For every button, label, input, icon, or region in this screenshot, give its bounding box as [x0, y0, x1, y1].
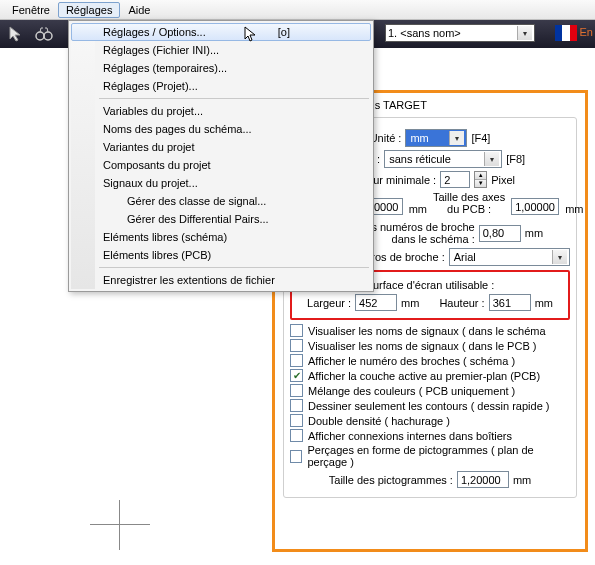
chevron-down-icon[interactable]: ▾: [484, 152, 499, 166]
height-label: Hauteur :: [439, 297, 484, 309]
height-input[interactable]: [489, 294, 531, 311]
width-label: Largeur :: [307, 297, 351, 309]
separator: [99, 98, 369, 99]
checkbox-icon[interactable]: ✔: [290, 369, 303, 382]
checkbox-row[interactable]: Mélange des couleurs ( PCB uniquement ): [290, 384, 570, 397]
flag-france-icon[interactable]: [555, 25, 577, 41]
separator: [99, 267, 369, 268]
checkbox-row[interactable]: Double densité ( hachurage ): [290, 414, 570, 427]
menu-item-diff-pairs[interactable]: Gérer des Differential Pairs...: [71, 210, 371, 228]
svg-point-1: [44, 32, 52, 40]
unit-select[interactable]: mm ▾: [405, 129, 467, 147]
checkbox-icon[interactable]: [290, 399, 303, 412]
checkbox-icon[interactable]: [290, 384, 303, 397]
menu-item-ini[interactable]: Réglages (Fichier INI)...: [71, 41, 371, 59]
menu-item-project-vars[interactable]: Variables du projet...: [71, 102, 371, 120]
checkbox-label: Visualiser les noms de signaux ( dans le…: [308, 325, 546, 337]
menu-item-options[interactable]: Réglages / Options... [o]: [71, 23, 371, 41]
menu-window[interactable]: Fenêtre: [4, 2, 58, 18]
axes-pcb-input[interactable]: [511, 198, 559, 215]
pinnum-input[interactable]: [479, 225, 521, 242]
checkbox-label: Visualiser les noms de signaux ( dans le…: [308, 340, 536, 352]
mouse-pointer-icon: [244, 26, 258, 44]
checkbox-row[interactable]: Afficher le numéro des broches ( schéma …: [290, 354, 570, 367]
menu-item-free-pcb[interactable]: Eléments libres (PCB): [71, 246, 371, 264]
checkbox-label: Dessiner seulement les contours ( dessin…: [308, 400, 550, 412]
chevron-down-icon[interactable]: ▾: [449, 131, 464, 145]
chevron-down-icon[interactable]: ▾: [517, 26, 532, 40]
pixel-label: Pixel: [491, 174, 515, 186]
cursor-shortcut: [F8]: [506, 153, 525, 165]
menu-item-project-settings[interactable]: Réglages (Projet)...: [71, 77, 371, 95]
menu-item-register-ext[interactable]: Enregistrer les extentions de fichier: [71, 271, 371, 289]
language-code[interactable]: En: [580, 26, 593, 38]
name-combo[interactable]: 1. <sans nom> ▾: [385, 24, 535, 42]
settings-dropdown: Réglages / Options... [o] Réglages (Fich…: [68, 20, 374, 292]
checkbox-row[interactable]: Visualiser les noms de signaux ( dans le…: [290, 339, 570, 352]
checkbox-label: Double densité ( hachurage ): [308, 415, 450, 427]
checkbox-label: Perçages en forme de pictogrammes ( plan…: [307, 444, 570, 468]
menu-item-page-names[interactable]: Noms des pages du schéma...: [71, 120, 371, 138]
font-select[interactable]: Arial ▾: [449, 248, 570, 266]
checkbox-label: Afficher le numéro des broches ( schéma …: [308, 355, 515, 367]
checkbox-row[interactable]: Visualiser les noms de signaux ( dans le…: [290, 324, 570, 337]
menu-item-signals[interactable]: Signaux du projet...: [71, 174, 371, 192]
minwidth-spinner[interactable]: ▲▼: [474, 171, 487, 188]
menu-item-temp[interactable]: Réglages (temporaires)...: [71, 59, 371, 77]
combo-value: 1. <sans nom>: [388, 27, 461, 39]
width-input[interactable]: [355, 294, 397, 311]
minwidth-input[interactable]: [440, 171, 470, 188]
chevron-down-icon[interactable]: ▾: [552, 250, 567, 264]
menu-item-variants[interactable]: Variantes du projet: [71, 138, 371, 156]
checkbox-icon[interactable]: [290, 429, 303, 442]
checkbox-label: Mélange des couleurs ( PCB uniquement ): [308, 385, 515, 397]
crosshair-cursor-icon: [90, 500, 150, 550]
checkbox-row[interactable]: Perçages en forme de pictogrammes ( plan…: [290, 444, 570, 468]
menu-item-signal-classes[interactable]: Gérer des classe de signal...: [71, 192, 371, 210]
checkbox-label: Afficher connexions internes dans boîtie…: [308, 430, 512, 442]
picto-label: Taille des pictogrammes :: [329, 474, 453, 486]
menu-help[interactable]: Aide: [120, 2, 158, 18]
menu-item-free-sch[interactable]: Eléments libres (schéma): [71, 228, 371, 246]
checkbox-label: Afficher la couche active au premier-pla…: [308, 370, 540, 382]
checkbox-row[interactable]: Afficher connexions internes dans boîtie…: [290, 429, 570, 442]
menubar: Fenêtre Réglages Aide: [0, 0, 595, 20]
checkbox-icon[interactable]: [290, 414, 303, 427]
menu-settings[interactable]: Réglages: [58, 2, 120, 18]
cursor-select[interactable]: sans réticule ▾: [384, 150, 502, 168]
picto-input[interactable]: [457, 471, 509, 488]
checkbox-icon[interactable]: [290, 339, 303, 352]
checkbox-icon[interactable]: [290, 324, 303, 337]
axes-pcb-label: Taille des axes du PCB :: [433, 191, 505, 215]
cursor-icon[interactable]: [4, 22, 28, 46]
svg-point-0: [36, 32, 44, 40]
checkbox-icon[interactable]: [290, 354, 303, 367]
binoculars-icon[interactable]: [32, 22, 56, 46]
unit-shortcut: [F4]: [471, 132, 490, 144]
surface-title: Surface d'écran utilisable :: [366, 279, 495, 291]
menu-item-components[interactable]: Composants du projet: [71, 156, 371, 174]
unit-label: Unité :: [370, 132, 402, 144]
checkbox-row[interactable]: ✔Afficher la couche active au premier-pl…: [290, 369, 570, 382]
checkbox-row[interactable]: Dessiner seulement les contours ( dessin…: [290, 399, 570, 412]
checkbox-icon[interactable]: [290, 450, 302, 463]
